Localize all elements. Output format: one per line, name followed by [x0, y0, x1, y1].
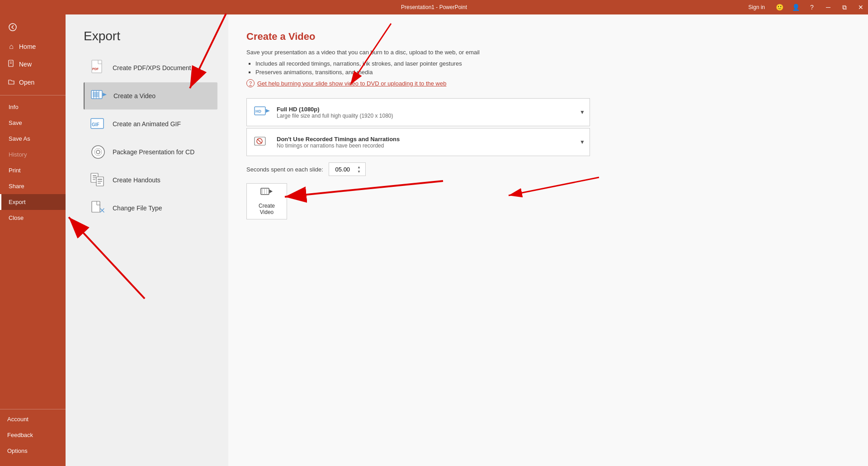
sidebar-item-info[interactable]: Info — [0, 99, 66, 115]
detail-title: Create a Video — [246, 31, 850, 43]
sidebar-item-open[interactable]: Open — [0, 73, 66, 91]
sidebar-item-share[interactable]: Share — [0, 178, 66, 194]
sidebar-item-account[interactable]: Account — [0, 411, 66, 427]
detail-link-text: Get help burning your slide show video t… — [257, 80, 446, 87]
export-option-handouts[interactable]: Create Handouts — [84, 166, 217, 194]
handouts-icon — [90, 172, 106, 188]
sidebar-item-close[interactable]: Close — [0, 210, 66, 226]
home-icon: ⌂ — [7, 43, 15, 51]
sidebar-item-export[interactable]: Export — [0, 194, 66, 210]
new-icon — [7, 60, 15, 69]
seconds-input-wrap: ▲ ▼ — [329, 162, 366, 176]
timings-dropdown-row: Don't Use Recorded Timings and Narration… — [246, 128, 850, 156]
detail-help-link[interactable]: ? Get help burning your slide show video… — [246, 79, 850, 87]
quality-dropdown[interactable]: HD Full HD (1080p) Large file size and f… — [246, 98, 590, 126]
restore-button[interactable]: ⧉ — [837, 0, 852, 14]
hd-video-icon: HD — [253, 103, 271, 121]
sign-in-button[interactable]: Sign in — [743, 0, 770, 14]
seconds-label: Seconds spent on each slide: — [246, 166, 323, 173]
svg-rect-25 — [92, 201, 100, 212]
export-filetype-label: Change File Type — [113, 204, 162, 212]
svg-line-39 — [509, 177, 599, 195]
close-button[interactable]: ✕ — [854, 0, 868, 14]
detail-bullet-2: Preserves animations, transitions, and m… — [255, 69, 850, 76]
seconds-up-btn[interactable]: ▲ — [355, 165, 363, 169]
filetype-icon — [90, 200, 106, 216]
pdf-icon: PDF — [90, 60, 106, 76]
sidebar-item-new[interactable]: New — [0, 55, 66, 73]
timings-subtitle: No timings or narrations have been recor… — [277, 143, 573, 149]
video-icon — [91, 88, 107, 104]
back-arrow-icon — [9, 23, 17, 31]
svg-text:PDF: PDF — [92, 67, 99, 71]
quality-title: Full HD (1080p) — [277, 106, 573, 113]
timings-title: Don't Use Recorded Timings and Narration… — [277, 136, 573, 143]
app-body: ⌂ Home New Open Info Save Save As Histor… — [0, 14, 868, 466]
create-video-btn-label: Create Video — [259, 203, 275, 216]
export-options-list: PDF Create PDF/XPS Document — [84, 54, 217, 222]
svg-text:HD: HD — [255, 109, 261, 114]
emoji-face-icon[interactable]: 🙂 — [772, 0, 787, 14]
create-video-btn-icon — [260, 187, 273, 201]
sidebar-bottom-divider — [0, 409, 66, 409]
svg-point-14 — [92, 146, 104, 158]
create-video-button[interactable]: Create Video — [246, 183, 287, 219]
export-option-cd[interactable]: Package Presentation for CD — [84, 138, 217, 166]
svg-marker-28 — [266, 109, 270, 113]
export-panel: Export PDF Create PDF/XPS Document — [66, 14, 228, 466]
svg-rect-20 — [93, 179, 95, 180]
timings-dropdown-inner: Don't Use Recorded Timings and Narration… — [277, 136, 573, 149]
titlebar-controls: Sign in 🙂 👤 ? ─ ⧉ ✕ — [743, 0, 868, 14]
open-icon — [7, 78, 15, 87]
detail-bullets: Includes all recorded timings, narration… — [255, 60, 850, 76]
export-pdf-label: Create PDF/XPS Document — [113, 64, 191, 71]
person-icon[interactable]: 👤 — [788, 0, 803, 14]
sidebar-menu: Info Save Save As History Print Share Ex… — [0, 97, 66, 404]
cd-icon — [90, 144, 106, 160]
quality-dropdown-row: HD Full HD (1080p) Large file size and f… — [246, 98, 850, 126]
sidebar-open-label: Open — [19, 79, 34, 86]
export-gif-label: Create an Animated GIF — [113, 120, 181, 128]
back-button[interactable] — [4, 18, 22, 36]
svg-rect-22 — [98, 179, 102, 180]
quality-dropdown-arrow: ▼ — [580, 109, 585, 115]
export-cd-label: Package Presentation for CD — [113, 148, 194, 156]
sidebar-item-save[interactable]: Save — [0, 115, 66, 131]
sidebar-item-save-as[interactable]: Save As — [0, 131, 66, 147]
seconds-spinner: ▲ ▼ — [355, 165, 363, 174]
svg-marker-33 — [269, 190, 273, 193]
export-option-video[interactable]: Create a Video — [84, 82, 217, 109]
sidebar-item-home[interactable]: ⌂ Home — [0, 38, 66, 55]
minimize-button[interactable]: ─ — [821, 0, 835, 14]
export-option-gif[interactable]: GIF Create an Animated GIF — [84, 110, 217, 138]
quality-dropdown-inner: Full HD (1080p) Large file size and full… — [277, 106, 573, 119]
help-icon[interactable]: ? — [805, 0, 819, 14]
detail-bullet-1: Includes all recorded timings, narration… — [255, 60, 850, 67]
seconds-down-btn[interactable]: ▼ — [355, 169, 363, 174]
export-handouts-label: Create Handouts — [113, 176, 160, 184]
export-option-pdf[interactable]: PDF Create PDF/XPS Document — [84, 54, 217, 81]
svg-rect-24 — [98, 183, 101, 184]
top-nav: ⌂ Home New Open — [0, 36, 66, 93]
seconds-row: Seconds spent on each slide: ▲ ▼ — [246, 162, 850, 176]
sidebar-bottom: Account Feedback Options — [0, 404, 66, 466]
svg-rect-19 — [93, 177, 96, 178]
timings-dropdown[interactable]: Don't Use Recorded Timings and Narration… — [246, 128, 590, 156]
detail-description: Save your presentation as a video that y… — [246, 49, 850, 56]
detail-panel: Create a Video Save your presentation as… — [228, 14, 868, 466]
help-circle-icon: ? — [246, 79, 255, 87]
sidebar-item-history[interactable]: History — [0, 147, 66, 162]
sidebar-item-print[interactable]: Print — [0, 162, 66, 178]
svg-rect-18 — [93, 175, 96, 176]
svg-text:GIF: GIF — [92, 122, 99, 127]
seconds-input[interactable] — [332, 166, 354, 173]
sidebar-home-label: Home — [19, 43, 36, 50]
export-option-filetype[interactable]: Change File Type — [84, 195, 217, 222]
no-recording-icon — [253, 133, 271, 151]
svg-rect-4 — [92, 60, 102, 73]
sidebar-item-feedback[interactable]: Feedback — [0, 427, 66, 443]
svg-point-0 — [9, 24, 16, 31]
gif-icon: GIF — [90, 116, 106, 132]
sidebar-item-options[interactable]: Options — [0, 443, 66, 459]
timings-dropdown-arrow: ▼ — [580, 139, 585, 145]
